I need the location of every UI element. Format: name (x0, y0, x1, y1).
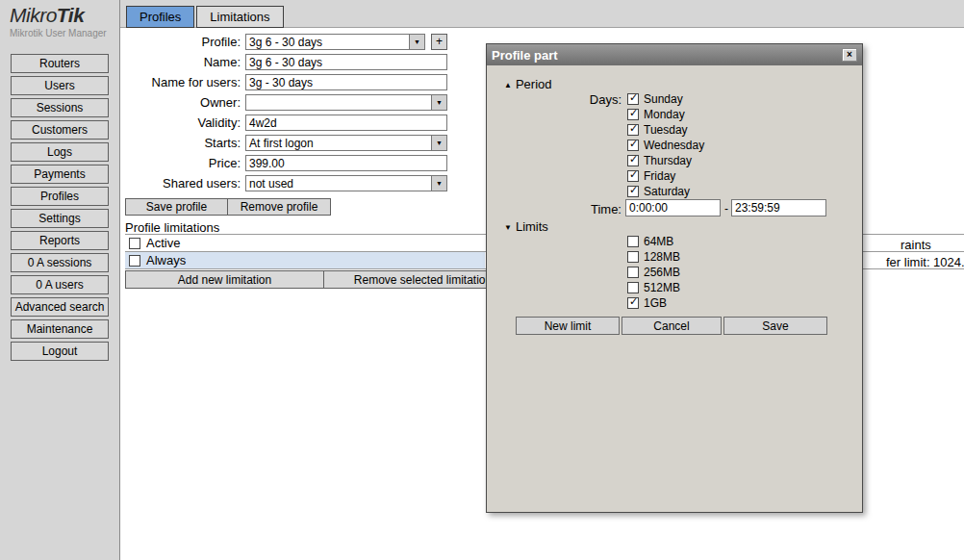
mikrotik-logo: MikroTik (10, 4, 119, 27)
sunday-label: Sunday (644, 92, 683, 106)
limitations-buttons: Add new limitation Remove selected limit… (125, 270, 522, 289)
friday-label: Friday (644, 169, 675, 183)
tuesday-label: Tuesday (644, 123, 688, 137)
form-row-owner: Owner: ▼ (125, 92, 510, 113)
wednesday-label: Wednesday (644, 139, 704, 152)
limitation-label-active: Active (146, 236, 180, 250)
form-row-shared-users: Shared users: not used ▼ (125, 173, 510, 193)
thursday-label: Thursday (644, 154, 692, 167)
profile-label: Profile: (125, 35, 245, 49)
friday-checkbox[interactable] (627, 170, 639, 182)
sidebar-item-a-sessions[interactable]: 0 A sessions (11, 253, 109, 272)
active-checkbox[interactable] (129, 238, 140, 249)
name-input[interactable] (245, 54, 447, 70)
chevron-down-icon[interactable]: ▼ (431, 95, 446, 110)
form-row-name: Name: (125, 52, 510, 72)
wednesday-checkbox[interactable] (627, 140, 639, 151)
shared-users-select[interactable]: not used ▼ (245, 175, 447, 191)
logo-text-bold: Tik (57, 4, 84, 26)
sidebar-item-profiles[interactable]: Profiles (11, 187, 109, 206)
limit-512mb-label: 512MB (644, 281, 680, 294)
tuesday-checkbox[interactable] (627, 124, 639, 136)
constraints-header-fragment: raints (901, 238, 931, 252)
sidebar-item-logout[interactable]: Logout (11, 342, 109, 361)
chevron-down-icon[interactable]: ▼ (431, 176, 446, 191)
sunday-checkbox[interactable] (627, 93, 639, 105)
form-row-profile: Profile: 3g 6 - 30 days ▼ + (125, 32, 510, 52)
sidebar-item-users[interactable]: Users (11, 76, 109, 95)
form-row-name-for-users: Name for users: (125, 72, 510, 92)
sidebar-item-logs[interactable]: Logs (11, 142, 109, 162)
profile-form-buttons: Save profile Remove profile (125, 198, 510, 216)
limit-256mb-label: 256MB (644, 266, 680, 279)
sidebar-item-settings[interactable]: Settings (11, 209, 109, 228)
limit-128mb-checkbox[interactable] (627, 251, 639, 263)
starts-select[interactable]: At first logon ▼ (245, 135, 447, 151)
day-row-sunday: Sunday (627, 92, 683, 106)
owner-select[interactable]: ▼ (245, 94, 447, 111)
saturday-checkbox[interactable] (627, 186, 639, 197)
chevron-down-icon[interactable]: ▼ (409, 35, 424, 49)
thursday-checkbox[interactable] (627, 155, 639, 166)
limits-section-label: Limits (516, 219, 548, 234)
limit-1gb-label: 1GB (644, 296, 667, 310)
days-label: Days: (540, 92, 622, 107)
limits-section-toggle[interactable]: ▼Limits (504, 219, 548, 234)
sidebar-item-a-users[interactable]: 0 A users (11, 275, 109, 294)
close-icon[interactable]: × (842, 48, 857, 62)
validity-input[interactable] (245, 115, 447, 131)
tab-profiles-label: Profiles (140, 10, 181, 24)
price-label: Price: (125, 156, 245, 170)
name-for-users-input[interactable] (245, 74, 447, 90)
monday-label: Monday (644, 108, 685, 121)
remove-profile-button[interactable]: Remove profile (227, 198, 331, 216)
form-row-price: Price: (125, 153, 510, 173)
tab-limitations[interactable]: Limitations (196, 6, 283, 28)
chevron-down-icon[interactable]: ▼ (431, 136, 446, 150)
cancel-button[interactable]: Cancel (622, 317, 722, 335)
limitation-row-active-cell: Active (125, 235, 485, 251)
limitation-label-always: Always (146, 253, 186, 267)
day-row-friday: Friday (627, 169, 675, 183)
always-checkbox[interactable] (129, 255, 140, 267)
limit-64mb-checkbox[interactable] (627, 236, 639, 247)
limit-1gb-checkbox[interactable] (627, 297, 639, 309)
time-to-input[interactable] (731, 199, 826, 216)
day-row-monday: Monday (627, 108, 685, 121)
save-profile-button[interactable]: Save profile (125, 198, 228, 216)
sidebar-item-advanced-search[interactable]: Advanced search (11, 297, 109, 317)
day-row-tuesday: Tuesday (627, 123, 688, 137)
new-limit-button[interactable]: New limit (516, 317, 620, 335)
starts-select-value: At first logon (246, 137, 317, 150)
period-section-toggle[interactable]: ▲Period (504, 77, 552, 91)
limit-row-64mb: 64MB (627, 235, 673, 248)
saturday-label: Saturday (644, 185, 690, 198)
time-from-input[interactable] (625, 199, 721, 216)
form-row-starts: Starts: At first logon ▼ (125, 133, 510, 153)
logo-text: Mikro (10, 4, 57, 26)
add-new-limitation-button[interactable]: Add new limitation (125, 270, 324, 289)
tab-profiles[interactable]: Profiles (126, 6, 194, 28)
sidebar-item-maintenance[interactable]: Maintenance (11, 319, 109, 339)
limit-row-128mb: 128MB (627, 250, 680, 264)
owner-label: Owner: (125, 95, 245, 110)
period-section-label: Period (516, 77, 552, 91)
limit-512mb-checkbox[interactable] (627, 282, 639, 293)
dialog-titlebar[interactable]: Profile part × (487, 44, 862, 65)
profile-part-dialog: Profile part × ▲Period Days: Sunday Mond… (486, 43, 863, 513)
day-row-saturday: Saturday (627, 185, 690, 198)
limit-64mb-label: 64MB (644, 235, 673, 248)
triangle-up-icon: ▲ (504, 81, 512, 89)
add-profile-button[interactable]: + (431, 34, 447, 50)
sidebar-item-sessions[interactable]: Sessions (11, 98, 109, 117)
sidebar-item-payments[interactable]: Payments (11, 165, 109, 184)
time-label: Time: (540, 202, 622, 216)
sidebar-item-routers[interactable]: Routers (11, 54, 109, 73)
limit-256mb-checkbox[interactable] (627, 267, 639, 278)
price-input[interactable] (245, 155, 447, 171)
sidebar-item-customers[interactable]: Customers (11, 120, 109, 140)
monday-checkbox[interactable] (627, 109, 639, 120)
profile-select[interactable]: 3g 6 - 30 days ▼ (245, 34, 425, 50)
save-button[interactable]: Save (723, 317, 827, 335)
sidebar-item-reports[interactable]: Reports (11, 231, 109, 250)
